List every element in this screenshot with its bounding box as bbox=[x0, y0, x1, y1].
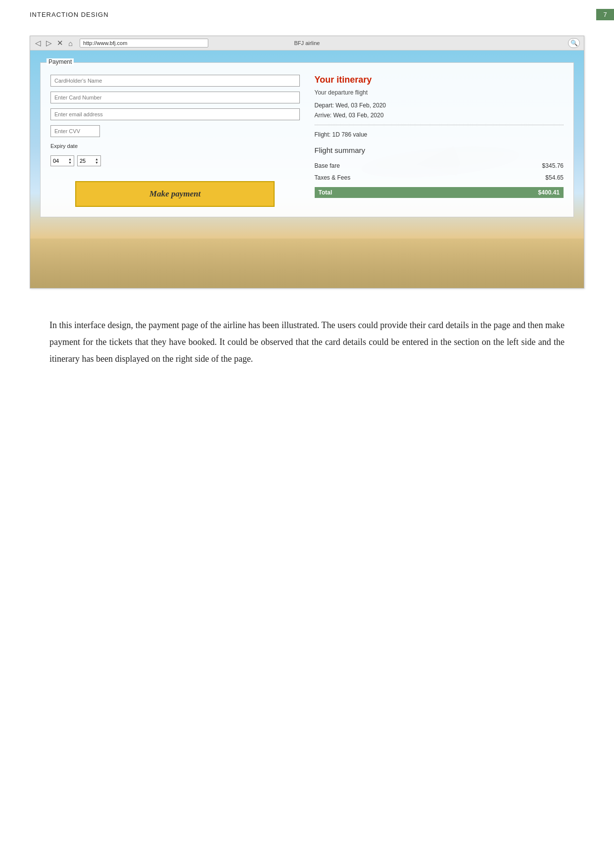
year-arrows[interactable]: ▲ ▼ bbox=[95, 157, 98, 164]
expiry-year-value: 25 bbox=[80, 158, 86, 164]
close-button[interactable]: ✕ bbox=[56, 39, 64, 48]
total-row: Total $400.41 bbox=[315, 187, 564, 198]
depart-date: Depart: Wed, 03 Feb, 2020 bbox=[315, 102, 564, 109]
page-number: 7 bbox=[596, 9, 614, 20]
expiry-month-value: 04 bbox=[53, 158, 59, 164]
payment-label: Payment bbox=[47, 58, 74, 65]
browser-toolbar: BFJ airline ◁ ▷ ✕ ⌂ 🔍 bbox=[30, 36, 584, 50]
itinerary-title: Your itinerary bbox=[315, 75, 564, 85]
taxes-row: Taxes & Fees $54.65 bbox=[315, 173, 564, 182]
divider bbox=[315, 125, 564, 125]
itinerary-panel: Your itinerary Your departure flight Dep… bbox=[315, 71, 564, 207]
cardholder-input[interactable] bbox=[50, 75, 300, 87]
make-payment-button[interactable]: Make payment bbox=[75, 181, 275, 207]
back-button[interactable]: ◁ bbox=[34, 39, 42, 48]
forward-button[interactable]: ▷ bbox=[45, 39, 53, 48]
browser-title: BFJ airline bbox=[294, 40, 320, 46]
flight-summary-title: Flight summary bbox=[315, 146, 564, 154]
card-number-input[interactable] bbox=[50, 92, 300, 103]
browser-content: Payment Expiry date 04 ▲ ▼ bbox=[30, 50, 584, 288]
payment-form: Expiry date 04 ▲ ▼ 25 ▲ ▼ bbox=[50, 71, 300, 207]
browser-window: BFJ airline ◁ ▷ ✕ ⌂ 🔍 Payment bbox=[30, 36, 584, 289]
landscape-area bbox=[30, 239, 584, 288]
payment-container: Payment Expiry date 04 ▲ ▼ bbox=[40, 62, 574, 217]
email-input[interactable] bbox=[50, 108, 300, 120]
expiry-label: Expiry date bbox=[50, 143, 300, 149]
expiry-year-spinner[interactable]: 25 ▲ ▼ bbox=[77, 155, 101, 166]
flight-number: Flight: 1D 786 value bbox=[315, 131, 564, 138]
expiry-inputs: 04 ▲ ▼ 25 ▲ ▼ bbox=[50, 155, 300, 166]
base-fare-row: Base fare $345.76 bbox=[315, 161, 564, 170]
taxes-value: $54.65 bbox=[545, 174, 564, 181]
base-fare-label: Base fare bbox=[315, 162, 340, 169]
address-bar[interactable] bbox=[80, 39, 208, 48]
base-fare-value: $345.76 bbox=[542, 162, 564, 169]
search-button[interactable]: 🔍 bbox=[568, 38, 580, 48]
home-button[interactable]: ⌂ bbox=[67, 39, 74, 48]
expiry-month-spinner[interactable]: 04 ▲ ▼ bbox=[50, 155, 74, 166]
arrive-date: Arrive: Wed, 03 Feb, 2020 bbox=[315, 112, 564, 119]
month-arrows[interactable]: ▲ ▼ bbox=[68, 157, 72, 164]
page-header: INTERACTION DESIGN bbox=[30, 11, 109, 18]
departure-label: Your departure flight bbox=[315, 89, 564, 96]
total-label: Total bbox=[319, 189, 332, 196]
cvv-input[interactable] bbox=[50, 125, 100, 137]
taxes-label: Taxes & Fees bbox=[315, 174, 351, 181]
total-value: $400.41 bbox=[538, 189, 560, 196]
body-text: In this interface design, the payment pa… bbox=[49, 317, 565, 368]
